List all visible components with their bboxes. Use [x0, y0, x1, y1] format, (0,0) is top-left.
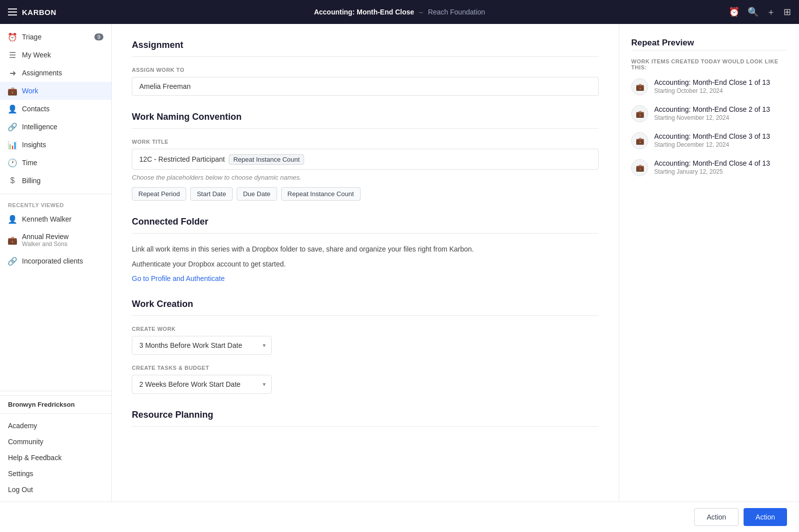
sidebar-divider — [0, 194, 111, 194]
sidebar: ⏰ Triage 9 ☰ My Week ➜ Assignments 💼 Wor… — [0, 24, 112, 502]
placeholder-btn-repeat-period[interactable]: Repeat Period — [132, 187, 186, 201]
preview-item-subtitle-3: Starting December 12, 2024 — [654, 141, 770, 148]
sidebar-item-logout[interactable]: Log Out — [0, 482, 111, 498]
connected-folder-desc2: Authenticate your Dropbox account to get… — [132, 259, 599, 269]
sidebar-item-community[interactable]: Community — [0, 434, 111, 450]
connected-folder-title: Connected Folder — [132, 217, 599, 227]
sidebar-item-label: Intelligence — [22, 123, 57, 131]
navbar-actions: ⏰ 🔍 ＋ ⊞ — [729, 6, 791, 18]
sidebar-item-label: Incorporated clients — [22, 257, 83, 265]
create-tasks-select-wrapper: 2 Weeks Before Work Start Date 1 Week Be… — [132, 375, 272, 394]
work-title-input[interactable]: 12C - Restricted Participant Repeat Inst… — [132, 149, 599, 170]
sidebar-item-label: Contacts — [22, 105, 49, 113]
sidebar-item-work[interactable]: 💼 Work — [0, 82, 111, 100]
sidebar-item-label: Insights — [22, 141, 46, 149]
sidebar-item-time[interactable]: 🕐 Time — [0, 154, 111, 172]
sidebar-item-label: Triage — [22, 33, 41, 41]
section-divider-3 — [132, 233, 599, 234]
preview-item-title-2: Accounting: Month-End Close 2 of 13 — [654, 105, 770, 113]
preview-item-subtitle-1: Starting October 12, 2024 — [654, 87, 770, 94]
add-icon[interactable]: ＋ — [767, 6, 776, 18]
sidebar-item-insights[interactable]: 📊 Insights — [0, 136, 111, 154]
triage-icon: ⏰ — [8, 32, 17, 41]
intelligence-icon: 🔗 — [8, 122, 17, 131]
sidebar-item-label: Work — [22, 87, 38, 95]
sidebar-bottom: Academy Community Help & Feedback Settin… — [0, 413, 111, 502]
preview-item-title-1: Accounting: Month-End Close 1 of 13 — [654, 78, 770, 86]
work-title-label: WORK TITLE — [132, 139, 599, 145]
footer-bar: Action Action — [0, 502, 799, 532]
create-work-select[interactable]: 3 Months Before Work Start Date 1 Month … — [132, 336, 272, 355]
sidebar-item-label: My Week — [22, 51, 51, 59]
work-icon: 💼 — [8, 86, 17, 95]
section-divider-2 — [132, 128, 599, 129]
sidebar-item-contacts[interactable]: 👤 Contacts — [0, 100, 111, 118]
resource-planning-title: Resource Planning — [132, 410, 599, 420]
preview-icon-2: 💼 — [631, 105, 648, 122]
layout-icon[interactable]: ⊞ — [784, 6, 791, 17]
sidebar-item-billing[interactable]: $ Billing — [0, 172, 111, 190]
work-items-label: WORK ITEMS CREATED TODAY WOULD LOOK LIKE… — [631, 58, 787, 70]
navbar: KARBON Accounting: Month-End Close – Rea… — [0, 0, 799, 24]
section-divider-1 — [132, 56, 599, 57]
menu-icon[interactable] — [8, 8, 17, 15]
sidebar-item-label: Time — [22, 159, 37, 167]
brand-name: KARBON — [22, 8, 56, 16]
sidebar-item-sub-label: Walker and Sons — [22, 241, 68, 248]
sidebar-item-annual-review[interactable]: 💼 Annual Review Walker and Sons — [0, 228, 111, 252]
sidebar-item-kenneth-walker[interactable]: 👤 Kenneth Walker — [0, 210, 111, 228]
preview-item-1: 💼 Accounting: Month-End Close 1 of 13 St… — [631, 78, 787, 95]
contacts-icon: 👤 — [8, 104, 17, 113]
user-info: Bronwyn Fredrickson — [0, 395, 111, 413]
preview-item-2: 💼 Accounting: Month-End Close 2 of 13 St… — [631, 105, 787, 122]
preview-item-text-4: Accounting: Month-End Close 4 of 13 Star… — [654, 159, 770, 175]
right-panel-divider — [631, 50, 787, 50]
sidebar-nav: ⏰ Triage 9 ☰ My Week ➜ Assignments 💼 Wor… — [0, 24, 111, 387]
preview-item-subtitle-2: Starting November 12, 2024 — [654, 114, 770, 121]
preview-icon-3: 💼 — [631, 132, 648, 149]
assignment-section: Assignment ASSIGN WORK TO — [132, 40, 599, 96]
sidebar-item-academy[interactable]: Academy — [0, 418, 111, 434]
preview-item-3: 💼 Accounting: Month-End Close 3 of 13 St… — [631, 132, 787, 149]
sidebar-item-label: Kenneth Walker — [22, 215, 71, 223]
sidebar-item-label: Annual Review — [22, 233, 68, 241]
sidebar-item-triage[interactable]: ⏰ Triage 9 — [0, 28, 111, 46]
helper-text: Choose the placeholders below to choose … — [132, 174, 599, 181]
placeholder-btn-start-date[interactable]: Start Date — [190, 187, 233, 201]
assignment-title: Assignment — [132, 40, 599, 50]
sidebar-item-my-week[interactable]: ☰ My Week — [0, 46, 111, 64]
placeholder-buttons: Repeat Period Start Date Due Date Repeat… — [132, 187, 599, 201]
preview-item-subtitle-4: Starting January 12, 2025 — [654, 168, 770, 175]
group-icon: 🔗 — [8, 257, 17, 266]
action-button-1[interactable]: Action — [694, 508, 739, 526]
clock-icon[interactable]: ⏰ — [729, 6, 740, 17]
placeholder-btn-due-date[interactable]: Due Date — [237, 187, 277, 201]
work-title-text: 12C - Restricted Participant — [139, 155, 225, 163]
page-title: Accounting: Month-End Close — [314, 8, 414, 16]
billing-icon: $ — [8, 176, 17, 185]
sidebar-item-help[interactable]: Help & Feedback — [0, 450, 111, 466]
right-panel: Repeat Preview WORK ITEMS CREATED TODAY … — [619, 24, 799, 502]
sidebar-divider-2 — [0, 391, 111, 391]
sidebar-item-incorporated-clients[interactable]: 🔗 Incorporated clients — [0, 252, 111, 270]
preview-item-text-3: Accounting: Month-End Close 3 of 13 Star… — [654, 132, 770, 148]
sidebar-item-settings[interactable]: Settings — [0, 466, 111, 482]
assign-work-to-label: ASSIGN WORK TO — [132, 67, 599, 73]
assign-work-to-input[interactable] — [132, 77, 599, 96]
separator: – — [419, 8, 423, 16]
preview-item-title-4: Accounting: Month-End Close 4 of 13 — [654, 159, 770, 167]
navbar-title: Accounting: Month-End Close – Reach Foun… — [314, 8, 485, 16]
search-icon[interactable]: 🔍 — [748, 6, 759, 17]
brand[interactable]: KARBON — [8, 8, 56, 16]
create-tasks-select[interactable]: 2 Weeks Before Work Start Date 1 Week Be… — [132, 375, 272, 394]
preview-icon-1: 💼 — [631, 78, 648, 95]
go-to-profile-link[interactable]: Go to Profile and Authenticate — [132, 274, 225, 282]
preview-item-title-3: Accounting: Month-End Close 3 of 13 — [654, 132, 770, 140]
repeat-preview-title: Repeat Preview — [631, 38, 787, 48]
placeholder-btn-repeat-instance[interactable]: Repeat Instance Count — [281, 187, 361, 201]
section-divider-4 — [132, 315, 599, 316]
action-button-2[interactable]: Action — [744, 508, 787, 526]
center-panel: Assignment ASSIGN WORK TO Work Naming Co… — [112, 24, 619, 502]
sidebar-item-assignments[interactable]: ➜ Assignments — [0, 64, 111, 82]
sidebar-item-intelligence[interactable]: 🔗 Intelligence — [0, 118, 111, 136]
